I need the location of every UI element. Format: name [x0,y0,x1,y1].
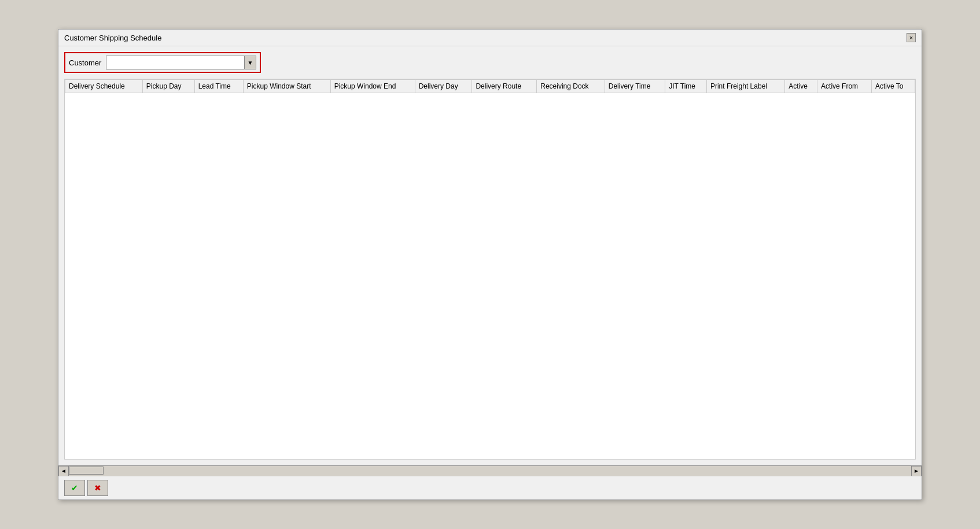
table-header-row: Delivery SchedulePickup DayLead TimePick… [65,80,915,93]
table-column-header: Active [785,80,817,93]
table-column-header: Lead Time [194,80,243,93]
scroll-right-button[interactable]: ► [911,466,922,476]
title-bar: Customer Shipping Schedule × [58,30,922,46]
main-window: Customer Shipping Schedule × Customer ▼ … [58,29,922,500]
horizontal-scrollbar[interactable]: ◄ ► [58,465,922,476]
bottom-bar: ✔ ✖ [58,476,922,499]
data-table-container[interactable]: Delivery SchedulePickup DayLead TimePick… [64,79,916,460]
ok-button[interactable]: ✔ [64,480,85,496]
table-column-header: JIT Time [665,80,707,93]
table-column-header: Delivery Day [415,80,472,93]
customer-dropdown-button[interactable]: ▼ [244,56,256,69]
table-column-header: Delivery Schedule [65,80,143,93]
scroll-track[interactable] [69,466,911,476]
content-area: Customer ▼ Delivery SchedulePickup DayLe… [58,46,922,465]
scroll-thumb[interactable] [69,466,104,475]
table-column-header: Pickup Window Start [243,80,330,93]
table-column-header: Active To [871,80,915,93]
cancel-button[interactable]: ✖ [87,480,108,496]
table-column-header: Print Freight Label [706,80,784,93]
customer-label: Customer [69,58,101,67]
customer-input-wrapper: ▼ [106,56,256,69]
data-table: Delivery SchedulePickup DayLead TimePick… [65,79,915,93]
window-title: Customer Shipping Schedule [64,34,161,42]
close-button[interactable]: × [907,33,916,42]
table-column-header: Delivery Time [605,80,665,93]
table-column-header: Receiving Dock [537,80,605,93]
table-column-header: Pickup Day [142,80,194,93]
table-column-header: Active From [817,80,872,93]
table-column-header: Pickup Window End [330,80,415,93]
customer-input[interactable] [106,56,244,69]
customer-field-container: Customer ▼ [64,52,261,73]
scroll-left-button[interactable]: ◄ [58,466,69,476]
table-column-header: Delivery Route [472,80,537,93]
